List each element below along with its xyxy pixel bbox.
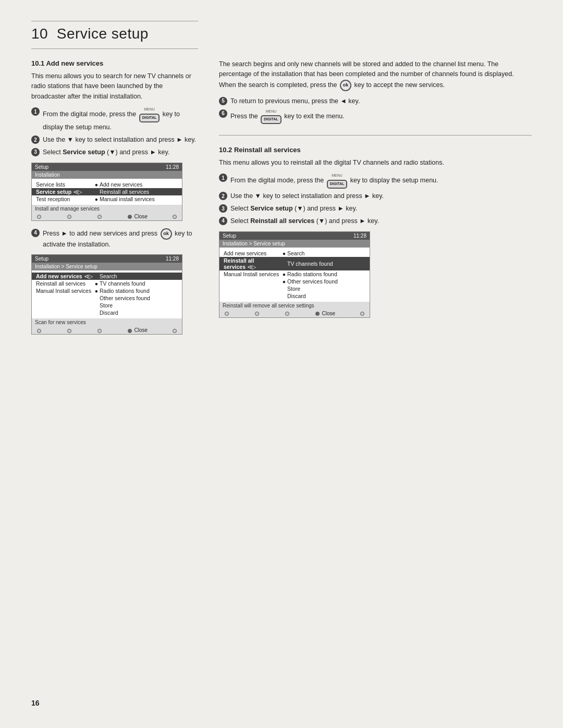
tv-screen-3-row-5-value: Store: [287, 286, 365, 292]
step-2-text: Use the ▼ key to select installation and…: [43, 135, 198, 145]
tv3-footer-dot-2: [255, 312, 259, 316]
tv-screen-3-footer-bar: Close: [219, 310, 370, 317]
tv3-footer-btn-1: [224, 311, 230, 316]
step-5-num: 5: [219, 97, 227, 105]
tv-screen-2-row-1: Add new services ⊲▷ Search: [32, 273, 182, 280]
reinstall-step-4-num: 4: [219, 217, 227, 225]
tv-screen-2-body: Add new services ⊲▷ Search Reinstall all…: [32, 270, 182, 318]
tv-screen-2-row-3: Manual Install services ● Radio stations…: [32, 287, 182, 294]
tv2-footer-dot-3: [97, 329, 102, 333]
search-description: The search begins and only new channels …: [219, 59, 532, 91]
tv2-footer-btn-1: [36, 327, 42, 333]
tv-screen-2-row-5: Store: [32, 302, 182, 309]
step-6-text: Press the MENU DIGITAL key to exit the m…: [230, 109, 532, 125]
digital-btn-r1: DIGITAL: [327, 180, 347, 189]
tv3-footer-dot-5: [360, 312, 364, 316]
tv-screen-2-row-3-label: Manual Install services: [36, 288, 93, 294]
reinstall-steps-list: 1 From the digital mode, press the MENU …: [219, 173, 532, 226]
tv-screen-3-header-left: Setup: [223, 233, 236, 239]
tv-screen-1-footer: Install and manage services: [32, 205, 182, 213]
tv2-footer-dot-1: [37, 329, 41, 333]
steps-1-3-list: 1 From the digital mode, press the MENU …: [31, 107, 198, 157]
tv-screen-3-header: Setup 11:28: [219, 232, 370, 240]
tv-screen-2-row-3-value: Radio stations found: [100, 288, 178, 294]
reinstall-step-3-text: Select Service setup (▼) and press ► key…: [230, 204, 532, 214]
tv-screen-2-row-1-value: Search: [100, 273, 178, 279]
tv3-footer-dot-3: [285, 312, 289, 316]
tv-footer-btn-2: [66, 214, 72, 219]
tv-screen-2: Setup 11:28 Installation > Service setup…: [31, 254, 182, 335]
tv-screen-1: Setup 11:28 Installation Service lists ●…: [31, 163, 182, 221]
tv-screen-3-row-6-value: Discard: [287, 293, 365, 299]
step-5-text: To return to previous menu, press the ◄ …: [230, 96, 532, 106]
subsection-10-2-body: This menu allows you to reinstall all th…: [219, 158, 532, 168]
tv-footer-btn-3: [96, 214, 103, 219]
reinstall-step-2-text: Use the ▼ key to select installation and…: [230, 191, 532, 201]
reinstall-step-4: 4 Select Reinstall all services (▼) and …: [219, 216, 532, 226]
step-6: 6 Press the MENU DIGITAL key to exit the…: [219, 109, 532, 125]
tv-screen-2-row-2-dot: ●: [93, 280, 100, 287]
steps-5-6-list: 5 To return to previous menu, press the …: [219, 96, 532, 125]
subsection-10-1-body: This menu allows you to search for new T…: [31, 71, 198, 102]
tv-row-1: Service lists ● Add new services: [32, 181, 182, 188]
reinstall-step-1: 1 From the digital mode, press the MENU …: [219, 173, 532, 189]
tv-screen-3-row-2-label: Reinstall all services ⊲▷: [224, 257, 281, 270]
subsection-10-1-title: 10.1 Add new services: [31, 59, 198, 67]
tv-row-2: Service setup ⊲▷ Reinstall all services: [32, 188, 182, 195]
tv-screen-2-row-6: Discard: [32, 309, 182, 316]
tv-footer-btn-1: [36, 214, 42, 219]
page-number: 16: [31, 699, 532, 707]
tv-footer-dot-3: [97, 215, 102, 219]
tv-screen-1-sub: Installation: [32, 171, 182, 179]
tv-screen-3-row-1-label: Add new services: [224, 250, 281, 256]
tv-footer-dot-1: [37, 215, 41, 219]
step-5: 5 To return to previous menu, press the …: [219, 96, 532, 106]
tv-screen-2-row-2: Reinstall all services ● TV channels fou…: [32, 280, 182, 287]
tv-screen-2-row-6-value: Discard: [100, 310, 178, 316]
tv-row-1-dot: ●: [93, 181, 100, 188]
tv-screen-2-row-4: Other services found: [32, 294, 182, 302]
tv-row-2-value: Reinstall all services: [100, 189, 178, 195]
page-container: 10 Service setup 10.1 Add new services T…: [0, 0, 563, 728]
two-column-layout: 10.1 Add new services This menu allows y…: [31, 59, 532, 688]
tv2-footer-btn-3: [96, 327, 103, 333]
menu-label-1: MENU: [138, 107, 161, 113]
tv-row-3: Test reception ● Manual install services: [32, 195, 182, 203]
reinstall-step-4-text: Select Reinstall all services (▼) and pr…: [230, 216, 532, 226]
step-2: 2 Use the ▼ key to select installation a…: [31, 135, 198, 145]
section-title-text: Service setup: [57, 26, 149, 42]
tv3-footer-btn-2: [254, 311, 260, 316]
tv3-footer-btn-3: [284, 311, 290, 316]
tv2-footer-btn-2: [66, 327, 72, 333]
step-2-num: 2: [31, 135, 40, 144]
right-column: The search begins and only new channels …: [219, 59, 532, 688]
tv-footer-btn-close: Close: [127, 214, 148, 219]
tv-screen-3-row-2-value: TV channels found: [287, 261, 365, 267]
tv3-footer-dot-close: [315, 312, 320, 316]
section-number: 10: [31, 26, 48, 42]
tv-screen-2-header-right: 11:28: [166, 256, 179, 262]
tv-screen-3-sub: Installation > Service setup: [219, 240, 370, 248]
tv-footer-dot-close: [128, 215, 132, 219]
tv-row-2-label: Service setup ⊲▷: [36, 189, 93, 195]
tv-screen-1-header: Setup 11:28: [32, 163, 182, 171]
step-4-text: Press ► to add new services and press ok…: [43, 228, 198, 250]
tv-screen-2-header: Setup 11:28: [32, 255, 182, 263]
tv-screen-2-row-1-label: Add new services ⊲▷: [36, 273, 93, 279]
step-3: 3 Select Service setup (▼) and press ► k…: [31, 147, 198, 157]
ok-btn-step4: ok: [161, 228, 172, 240]
tv-screen-2-footer-bar: Close: [32, 326, 182, 334]
tv-screen-2-header-left: Setup: [35, 256, 48, 262]
tv-screen-3-row-3: Manual Install services ● Radio stations…: [219, 270, 370, 278]
step-1-num: 1: [31, 107, 40, 116]
tv2-footer-btn-close: Close: [127, 327, 148, 333]
tv-screen-3-row-3-dot: ●: [281, 271, 287, 277]
bottom-rule: [31, 48, 198, 49]
step-3-num: 3: [31, 148, 40, 156]
step-4-num: 4: [31, 229, 40, 237]
tv-screen-3-row-5: Store: [219, 285, 370, 292]
tv-row-1-label: Service lists: [36, 181, 93, 188]
tv2-footer-dot-close: [128, 329, 132, 333]
menu-label-6: MENU: [260, 109, 282, 115]
tv-screen-3-header-right: 11:28: [353, 233, 366, 239]
